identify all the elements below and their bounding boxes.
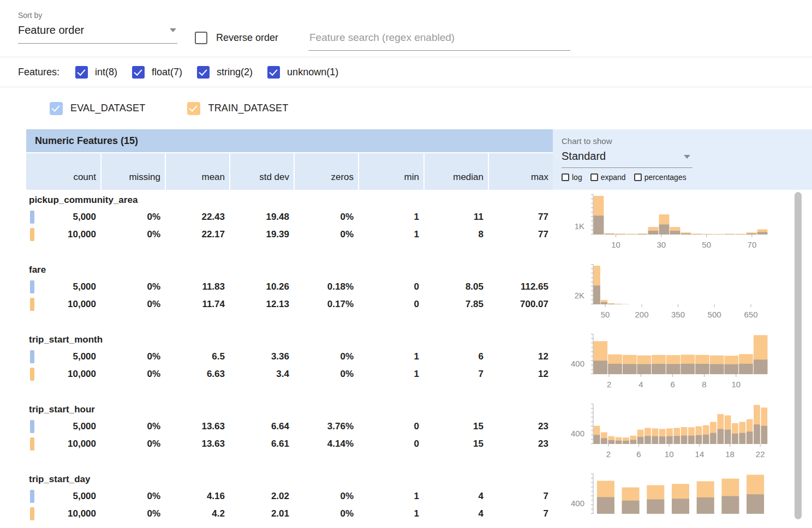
stat-std-dev: 6.61: [229, 439, 294, 449]
histogram-svg[interactable]: 2610141822: [587, 404, 770, 459]
histogram-svg[interactable]: 246810: [587, 334, 770, 389]
histogram-svg[interactable]: 50200350500650: [587, 264, 770, 320]
stat-missing: 0%: [100, 229, 165, 240]
stat-max: 23: [488, 439, 553, 449]
table-header: Numeric Features (15) countmissingmeanst…: [26, 129, 812, 190]
stat-count: 10,000: [26, 299, 100, 310]
stat-max: 700.07: [488, 299, 553, 310]
checkbox-checked-icon[interactable]: [50, 102, 63, 115]
svg-text:70: 70: [748, 240, 757, 249]
stat-min: 1: [358, 369, 423, 380]
checkbox-icon[interactable]: [590, 173, 598, 181]
feature-row-trip_start_hour: trip_start_hour5,0000%13.636.643.76%0152…: [26, 403, 812, 453]
stat-min: 1: [358, 351, 423, 362]
svg-text:10: 10: [611, 240, 620, 249]
stat-mean: 4.2: [165, 508, 229, 519]
train-dataset-marker: [30, 298, 34, 311]
svg-text:8: 8: [702, 380, 706, 389]
feature-type-label: unknown(1): [287, 67, 338, 78]
feature-histogram[interactable]: 4002610141822: [553, 403, 804, 453]
reverse-order-label: Reverse order: [216, 32, 278, 44]
sort-by-select[interactable]: Feature order: [18, 23, 177, 44]
stat-std-dev: 19.39: [229, 229, 294, 240]
feature-type-filter-1[interactable]: float(7): [132, 66, 182, 79]
chart-type-value: Standard: [562, 150, 606, 162]
stat-std-dev: 12.13: [229, 299, 294, 310]
stat-min: 1: [358, 229, 423, 240]
toggle-log[interactable]: log: [562, 173, 582, 182]
feature-histogram[interactable]: 2K50200350500650: [553, 263, 804, 313]
checkbox-icon[interactable]: [634, 173, 642, 181]
toggle-label: expand: [601, 173, 626, 182]
sort-by-value: Feature order: [18, 24, 84, 36]
stat-min: 0: [358, 439, 423, 449]
stat-min: 0: [358, 281, 423, 292]
chart-type-select[interactable]: Standard: [562, 150, 692, 168]
svg-text:50: 50: [702, 240, 711, 249]
train-stats-row: 10,0000%11.7412.130.17%07.85700.07: [26, 296, 553, 313]
feature-search-input[interactable]: [308, 27, 570, 51]
toggle-label: log: [572, 173, 582, 182]
stat-zeros: 0%: [294, 212, 358, 223]
chart-controls-panel: Chart to show Standard logexpandpercenta…: [553, 129, 812, 190]
histogram-svg[interactable]: 10305070: [587, 194, 770, 250]
reverse-order-control[interactable]: Reverse order: [195, 32, 278, 44]
dataset-toggle-eval_dataset[interactable]: EVAL_DATASET: [50, 102, 145, 115]
train-dataset-marker: [30, 368, 34, 381]
features-label: Features:: [18, 67, 59, 78]
checkbox-checked-icon[interactable]: [75, 66, 88, 79]
svg-text:14: 14: [695, 449, 704, 459]
stat-mean: 11.83: [165, 281, 229, 292]
dataset-label: TRAIN_DATASET: [208, 103, 288, 114]
reverse-order-checkbox[interactable]: [195, 32, 207, 44]
svg-text:500: 500: [708, 310, 721, 319]
stat-std-dev: 2.02: [229, 491, 294, 502]
stat-median: 4: [423, 508, 488, 519]
svg-text:6: 6: [636, 449, 641, 459]
stat-mean: 11.74: [165, 299, 229, 310]
train-stats-row: 10,0000%13.636.614.14%01523: [26, 435, 553, 453]
feature-histogram[interactable]: 400246810: [553, 333, 804, 383]
toggle-expand[interactable]: expand: [590, 173, 626, 182]
svg-text:22: 22: [756, 449, 765, 459]
numeric-features-table: Numeric Features (15) countmissingmeanst…: [26, 129, 812, 523]
y-axis-label: 400: [553, 499, 584, 508]
train-stats-row: 10,0000%6.633.40%1712: [26, 365, 553, 383]
eval-dataset-marker: [30, 211, 34, 224]
dataset-toggle-train_dataset[interactable]: TRAIN_DATASET: [187, 102, 288, 115]
stat-min: 1: [358, 508, 423, 519]
feature-histogram[interactable]: 1K10305070: [553, 193, 804, 243]
chart-to-show-label: Chart to show: [562, 136, 812, 146]
svg-text:650: 650: [744, 310, 757, 319]
feature-name: fare: [26, 263, 553, 278]
checkbox-checked-icon[interactable]: [187, 102, 200, 115]
checkbox-checked-icon[interactable]: [132, 66, 145, 79]
histogram-svg[interactable]: [587, 473, 770, 528]
feature-name: trip_start_hour: [26, 403, 553, 418]
svg-text:18: 18: [725, 449, 735, 459]
feature-type-filter-2[interactable]: string(2): [197, 66, 253, 79]
scrollbar-thumb[interactable]: [795, 192, 802, 519]
checkbox-checked-icon[interactable]: [267, 66, 280, 79]
feature-row-trip_start_month: trip_start_month5,0000%6.53.360%161210,0…: [26, 333, 812, 383]
sort-by-label: Sort by: [18, 11, 177, 20]
svg-text:4: 4: [638, 380, 643, 389]
feature-histogram[interactable]: 400: [553, 472, 804, 523]
train-dataset-marker: [30, 507, 34, 520]
eval-dataset-marker: [30, 280, 34, 293]
stat-mean: 4.16: [165, 491, 229, 502]
svg-text:50: 50: [601, 310, 610, 319]
stat-missing: 0%: [100, 212, 165, 223]
stat-count: 5,000: [26, 281, 100, 292]
y-axis-label: 400: [553, 359, 584, 368]
column-header-median: median: [423, 153, 488, 190]
feature-type-filter-0[interactable]: int(8): [75, 66, 117, 79]
sort-by-control: Sort by Feature order: [18, 11, 177, 44]
checkbox-icon[interactable]: [562, 173, 569, 181]
dataset-label: EVAL_DATASET: [70, 103, 145, 114]
y-axis-label: 400: [553, 429, 584, 438]
checkbox-checked-icon[interactable]: [197, 66, 210, 79]
toggle-percentages[interactable]: percentages: [634, 173, 686, 182]
column-header-min: min: [358, 153, 423, 190]
feature-type-filter-3[interactable]: unknown(1): [267, 66, 338, 79]
